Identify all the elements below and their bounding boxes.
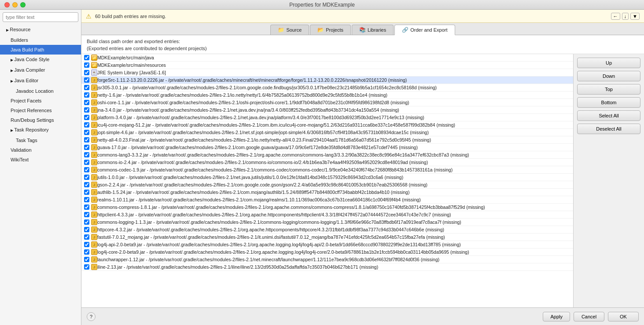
item-checkbox[interactable] [84,242,89,247]
sidebar-item-task-repository[interactable]: Task Repository [0,125,81,135]
jar-icon: J [91,99,97,106]
list-item[interactable]: J iline-2.13.jar - /private/var/root/.gr… [81,263,573,271]
up-button[interactable]: Up [577,58,640,68]
ok-button[interactable]: OK [608,312,639,321]
item-checkbox[interactable] [84,92,89,98]
list-item[interactable]: 📁 MDKExample/src/main/resources [81,62,573,69]
list-item[interactable]: J launchwrapper-1.12.jar - /private/var/… [81,256,573,263]
sidebar-item-task-tags[interactable]: Task Tags [0,135,81,145]
item-checkbox[interactable] [84,212,89,217]
tab-order-export[interactable]: 🔗 Order and Export [394,25,455,35]
sidebar-item-project-references[interactable]: Project References [0,106,81,115]
item-checkbox[interactable] [84,70,89,75]
list-item[interactable]: J oshi-core-1.1.jar - /private/var/root/… [81,99,573,106]
item-checkbox[interactable] [84,204,89,210]
list-item[interactable]: ☕ JRE System Library [JavaSE-1.6] [81,69,573,77]
list-item[interactable]: J platform-3.4.0.jar - /private/var/root… [81,114,573,121]
item-checkbox[interactable] [84,160,89,165]
jar-icon: J [91,256,97,263]
item-checkbox[interactable] [84,152,89,157]
list-item[interactable]: J realms-1.10.11.jar - /private/var/root… [81,196,573,204]
sidebar-item-javadoc-location[interactable]: Javadoc Location [0,86,81,96]
tab-libraries[interactable]: 📚 Libraries [352,25,394,35]
item-checkbox[interactable] [84,130,89,135]
list-item[interactable]: J jutils-1.0.0.jar - /private/var/root/.… [81,174,573,181]
item-checkbox[interactable] [84,234,89,240]
menu-button[interactable]: ▼ [630,13,640,20]
item-checkbox[interactable] [84,175,89,180]
item-checkbox[interactable] [84,219,89,225]
source-tab-icon: 📁 [278,27,284,33]
sidebar-item-java-editor[interactable]: Java Editor [0,76,81,86]
item-checkbox[interactable] [84,122,89,128]
cancel-button[interactable]: Cancel [574,312,604,321]
list-item[interactable]: J log4j-core-2.0-beta9.jar - /private/va… [81,248,573,256]
item-checkbox[interactable] [84,190,89,195]
maximize-button[interactable] [20,2,26,7]
tab-source[interactable]: 📁 Source [270,25,309,35]
help-button[interactable]: ? [87,312,96,321]
sidebar-item-validation[interactable]: Validation [0,145,81,155]
sidebar-item-project-facets[interactable]: Project Facets [0,96,81,106]
minimize-button[interactable] [12,2,18,7]
item-checkbox[interactable] [84,85,89,90]
sidebar-item-java-code-style[interactable]: Java Code Style [0,55,81,65]
select-all-button[interactable]: Select All [577,110,640,121]
item-checkbox[interactable] [84,227,89,232]
item-checkbox[interactable] [84,145,89,150]
item-checkbox[interactable] [84,115,89,120]
list-item[interactable]: J icu4j-core-mojang-51.2.jar - /private/… [81,121,573,129]
list-item[interactable]: J fastutil-7.0.12_mojang.jar - /private/… [81,234,573,241]
sidebar-item-builders[interactable]: Builders [0,35,81,45]
list-item[interactable]: J jna-3.4.0.jar - /private/var/root/.gra… [81,106,573,114]
list-item[interactable]: J commons-lang3-3.3.2.jar - /private/var… [81,151,573,159]
sidebar-item-wikitext[interactable]: WikiText [0,155,81,164]
list-item[interactable]: J netty-1.6.jar - /private/var/root/.gra… [81,91,573,99]
item-checkbox[interactable] [84,100,89,105]
list-item[interactable]: J jsr305-3.0.1.jar - /private/var/root/.… [81,84,573,91]
item-text: jopt-simple-4.6.jar - /private/var/root/… [97,130,570,135]
item-checkbox[interactable] [84,257,89,262]
list-item[interactable]: J commons-compress-1.8.1.jar - /private/… [81,204,573,211]
build-path-list[interactable]: 📁 MDKExample/src/main/java 📁 MDKExample/… [81,54,574,307]
list-item[interactable]: J httpclient-4.3.3.jar - /private/var/ro… [81,211,573,219]
item-checkbox[interactable] [84,77,89,83]
list-item[interactable]: J gson-2.2.4.jar - /private/var/root/.gr… [81,181,573,189]
deselect-all-button[interactable]: Deselect All [577,124,640,134]
close-button[interactable] [4,2,10,7]
list-item[interactable]: 📁 MDKExample/src/main/java [81,54,573,62]
warning-text: 60 build path entries are missing. [95,14,166,19]
list-item[interactable]: J log4j-api-2.0-beta9.jar - /private/var… [81,241,573,248]
back-button[interactable]: ← [611,13,620,20]
list-item[interactable]: J commons-io-2.4.jar - /private/var/root… [81,159,573,166]
apply-button[interactable]: Apply [543,312,570,321]
item-checkbox[interactable] [84,137,89,142]
list-item[interactable]: J commons-codec-1.9.jar - /private/var/r… [81,166,573,174]
down-button[interactable]: Down [577,71,640,81]
list-item[interactable]: J jopt-simple-4.6.jar - /private/var/roo… [81,129,573,136]
item-checkbox[interactable] [84,264,89,270]
list-item[interactable]: J authlib-1.5.24.jar - /private/var/root… [81,189,573,196]
list-item[interactable]: J httpcore-4.3.2.jar - /private/var/root… [81,226,573,234]
sidebar-item-resource[interactable]: Resource [0,25,81,35]
sidebar-item-java-build-path[interactable]: Java Build Path [0,45,81,55]
item-text: commons-logging-1.1.3.jar - /private/var… [97,219,570,225]
forward-button[interactable]: ↓ [622,13,629,20]
item-checkbox[interactable] [84,249,89,255]
top-button[interactable]: Top [577,84,640,95]
item-checkbox[interactable] [84,182,89,187]
list-item[interactable]: J netty-all-4.0.23.Final.jar - /private/… [81,136,573,144]
tab-projects[interactable]: 📂 Projects [310,25,351,35]
item-checkbox[interactable] [84,197,89,202]
item-checkbox[interactable] [84,167,89,172]
sidebar-item-java-compiler[interactable]: Java Compiler [0,65,81,76]
filter-input[interactable] [3,12,78,22]
sidebar-item-run-debug-settings[interactable]: Run/Debug Settings [0,115,81,125]
item-checkbox[interactable] [84,62,89,68]
item-checkbox[interactable] [84,55,89,60]
item-checkbox[interactable] [84,107,89,113]
list-item[interactable]: J forgeSrc-1.11.2-13.20.0.2226.jar - /pr… [81,77,573,84]
list-item[interactable]: J guava-17.0.jar - /private/var/root/.gr… [81,144,573,151]
list-item[interactable]: J commons-logging-1.1.3.jar - /private/v… [81,219,573,226]
bottom-button[interactable]: Bottom [577,97,640,108]
